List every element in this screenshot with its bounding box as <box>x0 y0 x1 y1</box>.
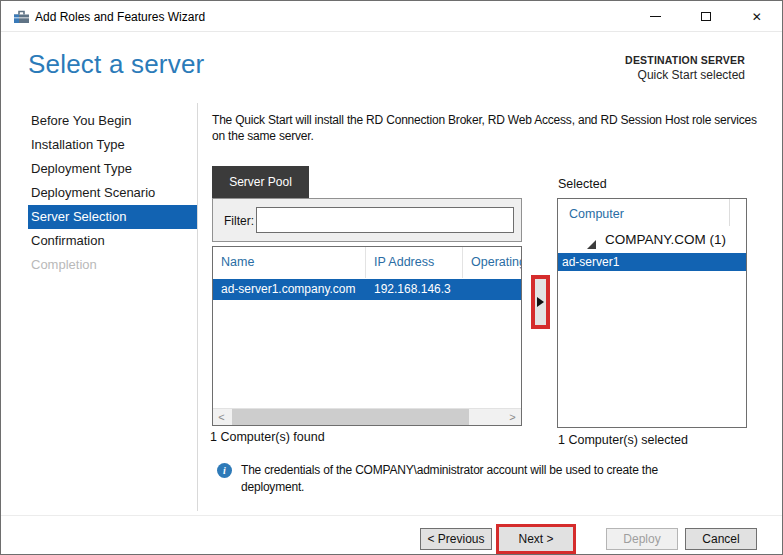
horizontal-scrollbar[interactable]: < > <box>213 408 521 425</box>
maximize-button[interactable] <box>681 1 732 32</box>
filter-label: Filter: <box>224 214 254 228</box>
window-controls: ✕ <box>630 1 782 32</box>
credentials-info-text: The credentials of the COMPANY\administr… <box>241 462 681 496</box>
column-header-ip-address[interactable]: IP Address <box>366 247 463 278</box>
server-ip-cell: 192.168.146.3 <box>366 279 451 300</box>
nav-item-before-you-begin[interactable]: Before You Begin <box>28 109 197 133</box>
minimize-button[interactable] <box>630 1 681 32</box>
destination-server-value: Quick Start selected <box>625 68 745 82</box>
scroll-left-icon[interactable]: < <box>213 409 230 425</box>
tree-group-company-com[interactable]: COMPANY.COM (1) <box>605 232 726 247</box>
filter-panel: Filter: <box>212 198 522 242</box>
nav-item-deployment-type[interactable]: Deployment Type <box>28 157 197 181</box>
filter-input[interactable] <box>256 207 514 233</box>
add-server-button[interactable] <box>531 275 550 329</box>
computers-found-text: 1 Computer(s) found <box>210 430 325 444</box>
footer-divider <box>1 515 782 516</box>
nav-item-deployment-scenario[interactable]: Deployment Scenario <box>28 181 197 205</box>
scrollbar-thumb[interactable] <box>232 409 469 425</box>
wizard-icon <box>13 9 30 28</box>
nav-item-confirmation[interactable]: Confirmation <box>28 229 197 253</box>
deploy-button: Deploy <box>606 528 678 550</box>
server-row-selected[interactable]: ad-server1.company.com 192.168.146.3 <box>213 279 521 300</box>
next-button-annotation: Next > <box>496 524 576 554</box>
previous-button[interactable]: < Previous <box>420 528 492 550</box>
scroll-right-icon[interactable]: > <box>504 409 521 425</box>
nav-item-completion: Completion <box>28 253 197 277</box>
server-pool-table: Name IP Address Operating ad-server1.com… <box>212 246 522 426</box>
selected-panel-label: Selected <box>558 177 607 191</box>
tree-expanded-icon[interactable] <box>587 235 596 253</box>
column-header-operating-system[interactable]: Operating <box>463 247 521 278</box>
nav-content-divider <box>197 103 198 511</box>
page-description: The Quick Start will install the RD Conn… <box>212 113 772 145</box>
close-icon: ✕ <box>752 11 762 23</box>
close-button[interactable]: ✕ <box>731 1 782 32</box>
maximize-icon <box>701 12 711 21</box>
tab-server-pool[interactable]: Server Pool <box>212 166 309 198</box>
computers-selected-text: 1 Computer(s) selected <box>558 433 688 447</box>
column-divider <box>729 199 730 226</box>
info-icon: i <box>217 463 232 478</box>
destination-server-label: DESTINATION SERVER <box>625 54 745 66</box>
credentials-info-row: i The credentials of the COMPANY\adminis… <box>217 462 707 496</box>
table-header-row: Name IP Address Operating <box>213 247 521 278</box>
nav-item-server-selection[interactable]: Server Selection <box>28 205 197 229</box>
wizard-steps-nav: Before You Begin Installation Type Deplo… <box>28 109 197 277</box>
selected-computers-panel: Computer COMPANY.COM (1) ad-server1 <box>557 198 747 428</box>
column-header-computer[interactable]: Computer <box>569 207 624 221</box>
minimize-icon <box>650 16 661 17</box>
right-arrow-icon <box>537 297 544 307</box>
title-bar: Add Roles and Features Wizard ✕ <box>1 1 782 32</box>
selected-server-item[interactable]: ad-server1 <box>558 253 746 271</box>
destination-server-block: DESTINATION SERVER Quick Start selected <box>625 54 745 82</box>
cancel-button[interactable]: Cancel <box>685 528 757 550</box>
page-title: Select a server <box>28 49 204 80</box>
wizard-window: Add Roles and Features Wizard ✕ Select a… <box>0 0 783 555</box>
server-name-cell: ad-server1.company.com <box>213 279 366 300</box>
next-button[interactable]: Next > <box>499 527 573 551</box>
column-header-name[interactable]: Name <box>213 247 366 278</box>
nav-item-installation-type[interactable]: Installation Type <box>28 133 197 157</box>
window-title: Add Roles and Features Wizard <box>35 10 205 24</box>
